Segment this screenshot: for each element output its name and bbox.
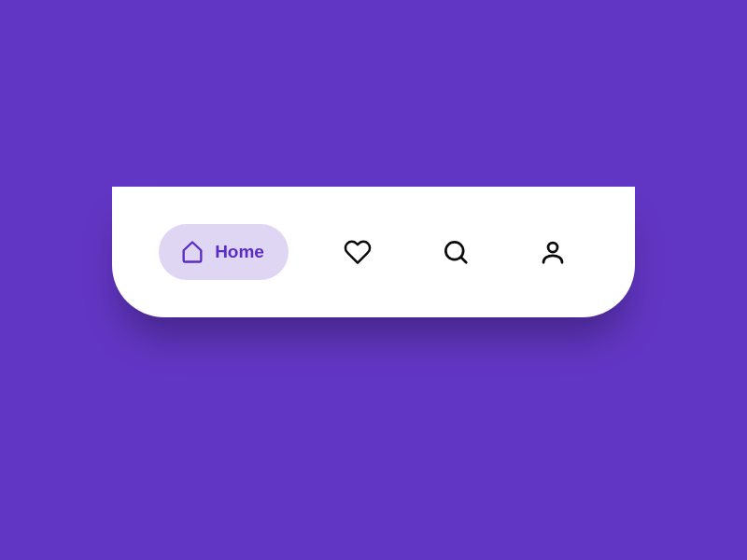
svg-point-2	[548, 243, 557, 252]
nav-item-home[interactable]: Home	[159, 224, 289, 280]
nav-item-favorites[interactable]	[330, 224, 386, 280]
nav-item-profile[interactable]	[525, 224, 581, 280]
nav-item-home-label: Home	[215, 242, 264, 262]
search-icon	[442, 238, 470, 266]
bottom-navbar: Home	[112, 187, 635, 317]
home-icon	[179, 239, 205, 265]
heart-icon	[344, 238, 372, 266]
svg-line-1	[460, 258, 465, 262]
nav-item-search[interactable]	[428, 224, 484, 280]
user-icon	[539, 238, 567, 266]
